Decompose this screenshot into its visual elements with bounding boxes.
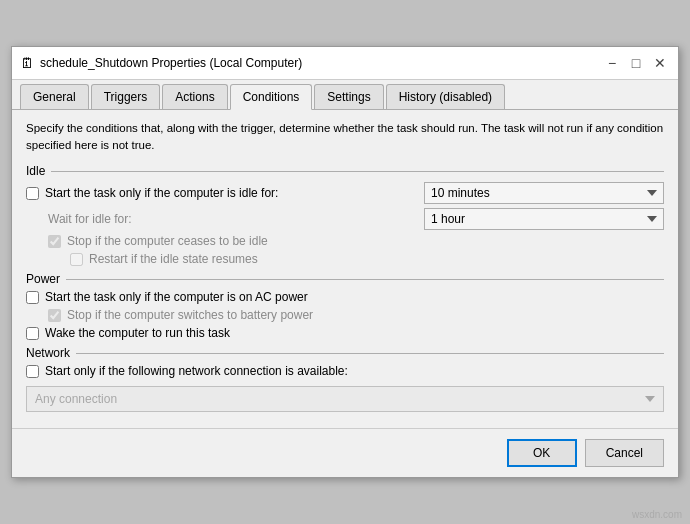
ac-power-checkbox[interactable] bbox=[26, 291, 39, 304]
battery-checkbox[interactable] bbox=[48, 309, 61, 322]
tab-bar: General Triggers Actions Conditions Sett… bbox=[12, 80, 678, 110]
start-idle-checkbox[interactable] bbox=[26, 187, 39, 200]
ac-power-row: Start the task only if the computer is o… bbox=[26, 290, 664, 304]
battery-label: Stop if the computer switches to battery… bbox=[67, 308, 313, 322]
idle-section: Idle Start the task only if the computer… bbox=[26, 164, 664, 266]
tab-settings[interactable]: Settings bbox=[314, 84, 383, 109]
idle-duration-dropdown[interactable]: 10 minutes bbox=[424, 182, 664, 204]
watermark: wsxdn.com bbox=[632, 509, 682, 520]
maximize-button[interactable]: □ bbox=[626, 53, 646, 73]
tab-history[interactable]: History (disabled) bbox=[386, 84, 505, 109]
network-start-checkbox[interactable] bbox=[26, 365, 39, 378]
idle-wait-dropdown[interactable]: 1 hour bbox=[424, 208, 664, 230]
idle-section-label: Idle bbox=[26, 164, 664, 178]
restart-idle-label: Restart if the idle state resumes bbox=[89, 252, 258, 266]
ac-power-label: Start the task only if the computer is o… bbox=[45, 290, 308, 304]
start-idle-label: Start the task only if the computer is i… bbox=[45, 186, 278, 200]
wait-idle-label: Wait for idle for: bbox=[48, 212, 168, 226]
network-section-label: Network bbox=[26, 346, 664, 360]
cancel-button[interactable]: Cancel bbox=[585, 439, 664, 467]
wake-checkbox[interactable] bbox=[26, 327, 39, 340]
network-section: Network Start only if the following netw… bbox=[26, 346, 664, 412]
stop-idle-row: Stop if the computer ceases to be idle bbox=[48, 234, 664, 248]
tab-actions[interactable]: Actions bbox=[162, 84, 227, 109]
network-start-label: Start only if the following network conn… bbox=[45, 364, 348, 378]
power-section-label: Power bbox=[26, 272, 664, 286]
wake-label: Wake the computer to run this task bbox=[45, 326, 230, 340]
battery-row: Stop if the computer switches to battery… bbox=[48, 308, 664, 322]
close-button[interactable]: ✕ bbox=[650, 53, 670, 73]
description-text: Specify the conditions that, along with … bbox=[26, 120, 664, 155]
start-idle-row: Start the task only if the computer is i… bbox=[26, 186, 278, 200]
wake-row: Wake the computer to run this task bbox=[26, 326, 664, 340]
footer: OK Cancel bbox=[12, 428, 678, 477]
title-bar-controls: − □ ✕ bbox=[602, 53, 670, 73]
tab-general[interactable]: General bbox=[20, 84, 89, 109]
tab-conditions[interactable]: Conditions bbox=[230, 84, 313, 110]
minimize-button[interactable]: − bbox=[602, 53, 622, 73]
stop-idle-checkbox[interactable] bbox=[48, 235, 61, 248]
title-bar-left: 🗓 schedule_Shutdown Properties (Local Co… bbox=[20, 55, 302, 71]
window-icon: 🗓 bbox=[20, 55, 34, 71]
restart-idle-row: Restart if the idle state resumes bbox=[70, 252, 664, 266]
network-connection-dropdown[interactable]: Any connection bbox=[26, 386, 664, 412]
network-start-row: Start only if the following network conn… bbox=[26, 364, 664, 378]
restart-idle-checkbox[interactable] bbox=[70, 253, 83, 266]
window-title: schedule_Shutdown Properties (Local Comp… bbox=[40, 56, 302, 70]
conditions-content: Specify the conditions that, along with … bbox=[12, 110, 678, 429]
title-bar: 🗓 schedule_Shutdown Properties (Local Co… bbox=[12, 47, 678, 80]
stop-idle-label: Stop if the computer ceases to be idle bbox=[67, 234, 268, 248]
main-window: 🗓 schedule_Shutdown Properties (Local Co… bbox=[11, 46, 679, 479]
tab-triggers[interactable]: Triggers bbox=[91, 84, 161, 109]
power-section: Power Start the task only if the compute… bbox=[26, 272, 664, 340]
ok-button[interactable]: OK bbox=[507, 439, 577, 467]
